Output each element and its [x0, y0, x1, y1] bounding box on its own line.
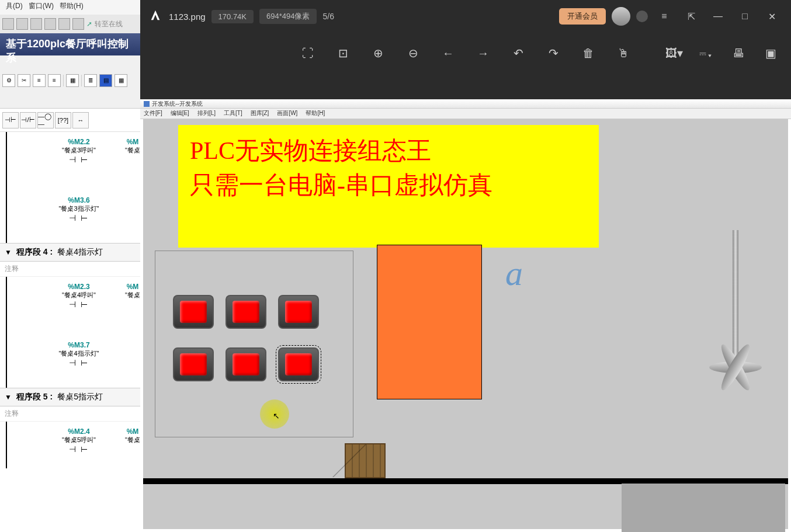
contact-element[interactable]: %M3.7 "餐桌4指示灯" ⊣ ⊢ — [20, 341, 137, 367]
delete-icon[interactable]: 🗑 — [580, 44, 597, 62]
inner-menu-item[interactable]: 排列[L] — [197, 109, 216, 118]
crop-icon[interactable]: ⎓▾ — [698, 44, 715, 62]
collapse-arrow-icon[interactable]: ▼ — [5, 248, 12, 256]
contact-element[interactable]: %M2.3 "餐桌4呼叫" ⊣ ⊢ — [20, 283, 137, 309]
zoom-out-icon[interactable]: ⊖ — [404, 44, 422, 62]
vip-button[interactable]: 开通会员 — [559, 8, 606, 25]
inner-menu-item[interactable]: 帮助[H] — [306, 109, 325, 118]
indicator-button[interactable] — [278, 295, 319, 329]
cursor-pointer-icon: ↖ — [273, 411, 280, 420]
close-icon[interactable]: ✕ — [761, 6, 782, 27]
container-shape[interactable] — [622, 484, 785, 532]
tool-icon[interactable]: ✂ — [18, 74, 30, 87]
toolbar-icon[interactable] — [72, 18, 84, 30]
image-tools-icon[interactable]: 🖼▾ — [665, 44, 683, 62]
indicator-button[interactable] — [225, 295, 266, 329]
separator — [63, 75, 64, 86]
user-avatar[interactable] — [612, 7, 630, 26]
indicator-button[interactable] — [173, 347, 214, 381]
comment-field[interactable]: 注释 — [0, 406, 140, 422]
toolbar-icon[interactable] — [44, 18, 56, 30]
fit-width-icon[interactable]: ⊡ — [334, 44, 352, 62]
partial-tag: %M — [125, 283, 140, 291]
inner-menu-item[interactable]: 画面[W] — [277, 109, 297, 118]
inner-menu-item[interactable]: 编辑[E] — [171, 109, 189, 118]
collapse-arrow-icon[interactable]: ▼ — [5, 393, 12, 401]
banner-line-2: 只需一台电脑-串口虚拟仿真 — [190, 168, 587, 203]
mixer-shaft[interactable] — [733, 230, 738, 359]
inner-window-titlebar: 开发系统--开发系统 — [140, 99, 791, 109]
indicator-button[interactable] — [173, 295, 214, 329]
segment-header-5[interactable]: ▼ 程序段 5 : 餐桌5指示灯 — [0, 388, 140, 406]
partial-tag: %M — [125, 138, 140, 146]
zoom-in-icon[interactable]: ⊕ — [369, 44, 387, 62]
menu-icon[interactable]: ≡ — [654, 6, 675, 27]
branch-icon[interactable]: ↔ — [72, 112, 89, 128]
tool-icon[interactable]: ≣ — [84, 74, 97, 87]
toolbar-icon[interactable] — [30, 18, 42, 30]
go-online-button[interactable]: ➚ 转至在线 — [86, 19, 123, 29]
tool-icon[interactable]: ▦ — [115, 74, 127, 87]
inner-app-icon — [144, 101, 150, 107]
bg-toolbar-2: ⚙ ✂ ≡ ≡ ▦ ≣ ▤ ▦ — [0, 70, 140, 91]
coil-icon[interactable]: —◯— — [37, 112, 54, 128]
tool-icon[interactable]: ⚙ — [2, 74, 15, 87]
bg-app-menubar: 具(D) 窗口(W) 帮助(H) — [0, 0, 140, 15]
mouse-icon[interactable]: 🖱 — [615, 44, 632, 62]
contact-element[interactable]: %M2.4 "餐桌5呼叫" ⊣ ⊢ — [20, 427, 137, 454]
indicator-button[interactable] — [225, 347, 266, 381]
inner-menubar: 文件[F] 编辑[E] 排列[L] 工具[T] 图库[Z] 画面[W] 帮助[H… — [140, 109, 791, 119]
crate-object[interactable] — [345, 443, 386, 478]
rotate-left-icon[interactable]: ↶ — [509, 44, 527, 62]
prev-icon[interactable]: ← — [439, 44, 457, 62]
tool-icon[interactable]: ≡ — [48, 74, 61, 87]
text-label-a[interactable]: a — [505, 253, 523, 294]
save-icon[interactable]: ▣ — [762, 44, 779, 62]
toolbar-icon[interactable] — [2, 18, 14, 30]
pin-icon[interactable]: ⇱ — [681, 6, 702, 27]
banner-line-1: PLC无实物连接组态王 — [190, 134, 587, 168]
maximize-icon[interactable]: □ — [734, 6, 755, 27]
tank-shape[interactable] — [377, 245, 482, 399]
minimize-icon[interactable]: — — [707, 6, 728, 27]
viewer-titlebar: 1123.png 170.74K 694*494像素 5/6 开通会员 ≡ ⇱ … — [140, 0, 791, 33]
inner-menu-item[interactable]: 图库[Z] — [251, 109, 269, 118]
mixer-blades[interactable] — [709, 341, 762, 394]
project-title-bar: 基于1200plc餐厅呼叫控制系 — [0, 33, 140, 55]
partial-label: "餐桌 — [125, 146, 140, 155]
contact-element[interactable]: %M3.6 "餐桌3指示灯" ⊣ ⊢ — [20, 196, 137, 222]
design-canvas[interactable]: PLC无实物连接组态王 只需一台电脑-串口虚拟仿真 ↖ a — [143, 119, 788, 529]
menu-item[interactable]: 帮助(H) — [60, 1, 84, 13]
print-icon[interactable]: 🖶 — [730, 44, 747, 62]
next-icon[interactable]: → — [474, 44, 492, 62]
menu-item[interactable]: 窗口(W) — [29, 1, 54, 13]
inner-menu-item[interactable]: 文件[F] — [144, 109, 162, 118]
box-icon[interactable]: [??] — [55, 112, 71, 128]
dimensions-badge: 694*494像素 — [259, 9, 317, 24]
image-counter: 5/6 — [322, 12, 334, 21]
comment-field[interactable]: 注释 — [0, 262, 140, 277]
inner-menu-item[interactable]: 工具[T] — [224, 109, 242, 118]
rotate-right-icon[interactable]: ↷ — [544, 44, 562, 62]
separator — [81, 75, 82, 86]
partial-label: "餐桌 — [125, 436, 140, 444]
indicator-button-selected[interactable] — [278, 347, 319, 381]
contact-element[interactable]: %M2.2 "餐桌3呼叫" ⊣ ⊢ — [20, 138, 137, 164]
contact-nc-icon[interactable]: ⊣/⊢ — [20, 112, 36, 128]
tool-icon-active[interactable]: ▤ — [99, 74, 112, 87]
toolbar-icon[interactable] — [58, 18, 70, 30]
tool-icon[interactable]: ≡ — [33, 74, 46, 87]
ladder-network: %M2.2 "餐桌3呼叫" ⊣ ⊢ %M "餐桌 %M3.6 "餐桌3指示灯" … — [0, 132, 140, 468]
contact-no-icon[interactable]: ⊣⊢ — [2, 112, 19, 128]
button-panel-frame[interactable] — [155, 251, 353, 437]
tool-icon[interactable]: ▦ — [66, 74, 79, 87]
filesize-badge: 170.74K — [211, 10, 254, 23]
ladder-editor: ⊣⊢ ⊣/⊢ —◯— [??] ↔ %M2.2 "餐桌3呼叫" ⊣ ⊢ %M "… — [0, 108, 140, 532]
filename-label: 1123.png — [169, 12, 206, 22]
toolbar-icon[interactable] — [16, 18, 28, 30]
menu-item[interactable]: 具(D) — [6, 1, 23, 13]
segment-header-4[interactable]: ▼ 程序段 4 : 餐桌4指示灯 — [0, 243, 140, 262]
notification-dot-icon[interactable] — [636, 11, 648, 22]
ladder-toolbar: ⊣⊢ ⊣/⊢ —◯— [??] ↔ — [0, 109, 140, 132]
fullscreen-icon[interactable]: ⛶ — [299, 44, 317, 62]
